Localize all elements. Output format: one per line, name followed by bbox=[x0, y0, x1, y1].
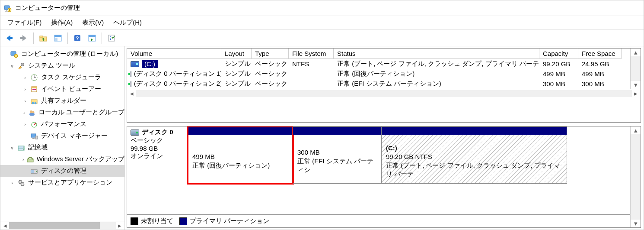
users-icon bbox=[28, 108, 36, 117]
scroll-left-icon[interactable]: ◂ bbox=[128, 90, 136, 97]
col-type[interactable]: Type bbox=[252, 49, 289, 59]
tree-expander-icon[interactable]: › bbox=[22, 110, 26, 115]
partition-header bbox=[382, 127, 567, 135]
scroll-thumb[interactable] bbox=[9, 222, 100, 229]
tree-label: サービスとアプリケーション bbox=[27, 178, 112, 187]
scroll-up-icon[interactable]: ▴ bbox=[631, 49, 641, 56]
tree-event-viewer[interactable]: › イベント ビューアー bbox=[0, 83, 124, 95]
partition-status: 正常 (ブート, ページ ファイル, クラッシュ ダンプ, プライマリ パーテ bbox=[386, 161, 562, 179]
refresh-button[interactable] bbox=[86, 32, 98, 44]
tree-label: パフォーマンス bbox=[40, 120, 86, 128]
partition-headline: (C:) bbox=[386, 144, 562, 152]
tree-expander-icon[interactable]: › bbox=[9, 180, 15, 185]
legend-unallocated: 未割り当て bbox=[141, 217, 173, 225]
disk-vscrollbar[interactable]: ▴ ▾ bbox=[630, 126, 641, 227]
volume-capacity: 300 MB bbox=[539, 79, 578, 88]
window-title: コンピューターの管理 bbox=[15, 4, 80, 12]
menu-help[interactable]: ヘルプ(H) bbox=[109, 17, 146, 29]
scroll-down-icon[interactable]: ▾ bbox=[631, 81, 641, 89]
disk-row[interactable]: ディスク 0 ベーシック 99.98 GB オンライン 49 bbox=[127, 126, 630, 184]
tree-label: イベント ビューアー bbox=[40, 85, 101, 93]
nav-forward-button[interactable] bbox=[18, 32, 30, 44]
scroll-track[interactable] bbox=[9, 222, 116, 229]
col-fs[interactable]: File System bbox=[289, 49, 334, 59]
tree-system-tools[interactable]: v システム ツール bbox=[0, 60, 124, 71]
properties-button[interactable] bbox=[105, 32, 118, 44]
tree-storage[interactable]: v 記憶域 bbox=[0, 142, 124, 153]
scroll-track[interactable] bbox=[136, 90, 632, 97]
menu-view[interactable]: 表示(V) bbox=[78, 17, 108, 29]
tree-services-apps[interactable]: › サービスとアプリケーション bbox=[0, 177, 124, 188]
partition[interactable]: 499 MB 正常 (回復パーティション) bbox=[188, 126, 293, 184]
tree-label: コンピューターの管理 (ローカル) bbox=[20, 50, 118, 58]
menu-file[interactable]: ファイル(F) bbox=[3, 17, 46, 29]
volume-free: 499 MB bbox=[578, 69, 622, 78]
volume-row[interactable]: (C:) シンプル ベーシック NTFS 正常 (ブート, ページ ファイル, … bbox=[127, 59, 630, 69]
volume-vscrollbar[interactable]: ▴ ▾ bbox=[630, 49, 641, 89]
col-layout[interactable]: Layout bbox=[221, 49, 252, 59]
tree-expander-icon[interactable]: › bbox=[22, 75, 28, 80]
tree-shared-folders[interactable]: › 共有フォルダー bbox=[0, 95, 124, 107]
tree-disk-management[interactable]: › ディスクの管理 bbox=[0, 165, 124, 177]
tree-performance[interactable]: › パフォーマンス bbox=[0, 118, 124, 130]
partition[interactable]: 300 MB 正常 (EFI システム パーティシ bbox=[293, 126, 382, 184]
tree-expander-icon[interactable]: v bbox=[9, 145, 15, 150]
svg-rect-22 bbox=[32, 87, 37, 88]
body: ▾ コンピューターの管理 (ローカル) v システム ツール › bbox=[0, 46, 644, 230]
svg-point-37 bbox=[23, 149, 24, 149]
scroll-track[interactable] bbox=[631, 134, 641, 220]
volume-fs: NTFS bbox=[289, 59, 334, 68]
tree-local-users[interactable]: › ローカル ユーザーとグループ bbox=[0, 107, 124, 118]
volume-list: Volume Layout Type File System Status Ca… bbox=[127, 48, 641, 123]
nav-back-button[interactable] bbox=[3, 32, 15, 44]
volume-status: 正常 (EFI システム パーティション) bbox=[334, 79, 539, 89]
col-volume[interactable]: Volume bbox=[127, 49, 221, 59]
tree-expander-icon[interactable]: › bbox=[22, 98, 28, 104]
partition-size: 99.20 GB NTFS bbox=[386, 152, 562, 161]
svg-rect-40 bbox=[31, 170, 34, 173]
volume-layout: シンプル bbox=[221, 79, 252, 89]
device-mgr-icon bbox=[30, 132, 38, 140]
tree-device-manager[interactable]: › デバイス マネージャー bbox=[0, 130, 124, 142]
nav-tree-scroll[interactable]: ▾ コンピューターの管理 (ローカル) v システム ツール › bbox=[0, 46, 124, 221]
tree-expander-icon[interactable]: › bbox=[22, 122, 28, 127]
content-pane: Volume Layout Type File System Status Ca… bbox=[125, 46, 644, 230]
scroll-track[interactable] bbox=[631, 56, 641, 81]
scroll-left-icon[interactable]: ◂ bbox=[1, 222, 9, 229]
svg-rect-38 bbox=[27, 159, 33, 162]
col-free[interactable]: Free Space bbox=[578, 49, 622, 59]
volume-row[interactable]: (ディスク 0 パーティション 2) シンプル ベーシック 正常 (EFI シス… bbox=[127, 79, 630, 89]
tree-root[interactable]: ▾ コンピューターの管理 (ローカル) bbox=[0, 48, 124, 60]
svg-rect-6 bbox=[20, 37, 23, 39]
help-button[interactable]: ? bbox=[71, 32, 83, 44]
tree-expander-icon[interactable]: › bbox=[22, 87, 28, 92]
disk-map: ディスク 0 ベーシック 99.98 GB オンライン 49 bbox=[127, 126, 641, 228]
tree-expander-icon[interactable]: › bbox=[22, 157, 25, 162]
volume-type: ベーシック bbox=[252, 69, 289, 79]
tree-expander-icon[interactable]: v bbox=[9, 63, 15, 68]
partition-size: 300 MB bbox=[297, 148, 377, 157]
menu-action[interactable]: 操作(A) bbox=[47, 17, 77, 29]
up-folder-button[interactable] bbox=[37, 32, 49, 44]
volume-fs bbox=[289, 83, 334, 85]
show-tree-button[interactable] bbox=[52, 32, 64, 44]
volume-hscrollbar[interactable]: ◂ ▸ bbox=[127, 89, 641, 97]
scroll-up-icon[interactable]: ▴ bbox=[631, 126, 641, 134]
tree-hscrollbar[interactable]: ◂ ▸ bbox=[0, 221, 124, 230]
col-status[interactable]: Status bbox=[334, 49, 539, 59]
volume-row[interactable]: (ディスク 0 パーティション 1) シンプル ベーシック 正常 (回復パーティ… bbox=[127, 69, 630, 79]
disk-info[interactable]: ディスク 0 ベーシック 99.98 GB オンライン bbox=[127, 126, 188, 184]
svg-rect-1 bbox=[6, 10, 7, 11]
tree-ws-backup[interactable]: › Windows Server バックアップ bbox=[0, 153, 124, 165]
volume-name: (ディスク 0 パーティション 2) bbox=[134, 80, 221, 88]
partition[interactable]: (C:) 99.20 GB NTFS 正常 (ブート, ページ ファイル, クラ… bbox=[381, 126, 567, 184]
tree-label: デバイス マネージャー bbox=[40, 132, 108, 140]
col-capacity[interactable]: Capacity bbox=[539, 49, 578, 59]
scroll-down-icon[interactable]: ▾ bbox=[631, 220, 641, 227]
scroll-right-icon[interactable]: ▸ bbox=[116, 222, 124, 229]
scroll-right-icon[interactable]: ▸ bbox=[632, 90, 640, 97]
svg-rect-23 bbox=[32, 89, 36, 90]
volume-free: 24.95 GB bbox=[578, 59, 622, 68]
tree-task-scheduler[interactable]: › タスク スケジューラ bbox=[0, 71, 124, 83]
svg-rect-8 bbox=[40, 36, 43, 37]
